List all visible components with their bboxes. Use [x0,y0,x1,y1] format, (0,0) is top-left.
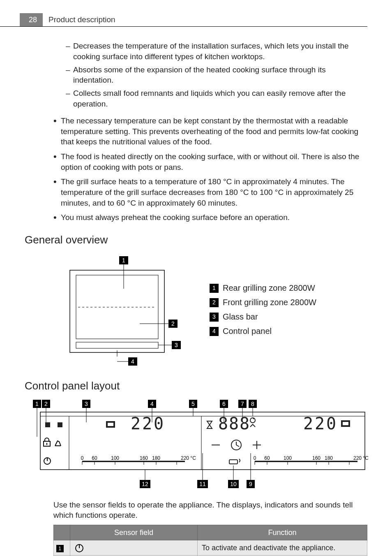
sublist-item: Absorbs some of the expansion of the hea… [66,65,367,86]
svg-text:160: 160 [312,455,321,461]
overview-diagram: 1 2 3 4 [53,254,185,369]
svg-rect-6 [76,342,158,348]
feature-mainlist: The necessary temperature can be kept co… [53,116,367,223]
mainlist-item: The necessary temperature can be kept co… [53,116,367,147]
svg-text:2: 2 [171,320,175,327]
svg-text:100: 100 [284,455,292,461]
svg-text:60: 60 [92,455,97,461]
svg-text:220 °C: 220 °C [353,455,369,461]
header-title: Product description [48,14,115,25]
svg-text:4: 4 [150,401,154,407]
svg-text:180: 180 [325,455,333,461]
legend-badge: 1 [210,284,219,293]
svg-text:7: 7 [241,401,244,407]
section-general-overview: General overview [25,233,367,247]
svg-text:3: 3 [85,401,88,407]
legend-label: Rear grilling zone 2800W [223,283,315,294]
table-row: 1 To activate and deactivate the applian… [54,540,367,555]
control-panel-diagram: 1 2 3 4 5 6 7 8 [25,400,370,490]
page-number: 28 [20,13,43,26]
svg-text:160: 160 [140,455,148,461]
sublist-item: Collects small food remnants and liquids… [66,88,367,109]
legend-item: 3Glass bar [210,311,316,322]
legend-label: Front grilling zone 2800W [223,297,316,308]
legend-item: 2Front grilling zone 2800W [210,297,316,308]
svg-text:10: 10 [230,481,237,487]
svg-text:100: 100 [111,455,119,461]
svg-text:12: 12 [142,481,148,487]
svg-text:60: 60 [264,455,270,461]
section-control-panel: Control panel layout [25,379,367,393]
svg-text:11: 11 [199,481,206,487]
mainlist-item: You must always preheat the cooking surf… [53,212,367,223]
feature-sublist: Decreases the temperature of the install… [66,41,367,109]
svg-rect-46 [58,422,62,427]
svg-text:6: 6 [222,401,226,407]
svg-rect-45 [45,422,50,427]
mainlist-item: The grill surface heats to a temperature… [53,176,367,208]
svg-text:2: 2 [44,401,48,407]
svg-text:180: 180 [152,455,160,461]
page-header: 28 Product description [0,13,367,27]
legend-label: Control panel [223,326,272,337]
svg-text:1: 1 [35,401,39,407]
svg-text:1: 1 [122,257,125,264]
row-function: To activate and deactivate the appliance… [198,540,367,555]
svg-text:9: 9 [249,481,252,487]
sublist-item: Decreases the temperature of the install… [66,41,367,62]
svg-line-72 [236,445,239,447]
svg-text:220: 220 [303,414,338,433]
svg-text:888: 888 [218,414,250,433]
svg-rect-3 [70,270,164,352]
svg-text:4: 4 [131,358,134,365]
svg-rect-75 [229,460,238,464]
svg-rect-52 [107,422,114,427]
legend-badge: 4 [210,327,219,336]
table-intro-text: Use the sensor fields to operate the app… [53,500,367,521]
svg-text:3: 3 [175,342,178,348]
svg-text:0: 0 [81,455,84,461]
svg-text:220 °C: 220 °C [181,455,196,461]
svg-text:8: 8 [251,401,254,407]
legend-badge: 3 [210,313,219,322]
svg-text:5: 5 [191,401,195,407]
mainlist-item: The food is heated directly on the cooki… [53,151,367,172]
legend-item: 1Rear grilling zone 2800W [210,283,316,294]
overview-legend: 1Rear grilling zone 2800W 2Front grillin… [210,283,316,340]
table-header-function: Function [198,525,367,540]
legend-badge: 2 [210,298,219,307]
row-badge: 1 [56,545,64,552]
legend-label: Glass bar [223,311,258,322]
svg-point-68 [250,418,255,423]
sensor-function-table: Sensor field Function 1 To activate and … [53,525,367,556]
svg-text:0: 0 [254,455,256,461]
power-icon [74,543,84,553]
table-header-sensor: Sensor field [70,525,198,540]
svg-text:220: 220 [131,414,165,433]
legend-item: 4Control panel [210,326,316,337]
svg-rect-77 [342,421,349,426]
